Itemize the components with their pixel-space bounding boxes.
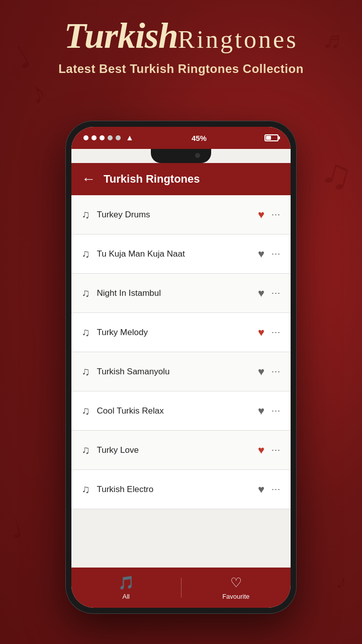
song-list: ♫ Turkey Drums ♥ ··· ♫ Tu Kuja Man Kuja … (71, 195, 291, 568)
phone-outer: ▲ 45% ← Turkish Ringtones (65, 121, 297, 614)
camera-dot (195, 153, 200, 158)
heart-icon-1[interactable]: ♥ (258, 208, 264, 221)
song-item-4[interactable]: ♫ Turky Melody ♥ ··· (71, 313, 291, 352)
nav-label-all: All (123, 593, 130, 600)
song-item-6[interactable]: ♫ Cool Turkis Relax ♥ ··· (71, 391, 291, 431)
app-header-text: Turkish Ringtones Latest Best Turkish Ri… (0, 15, 362, 76)
song-name-4: Turky Melody (97, 328, 258, 338)
nav-label-favourite: Favourite (222, 593, 249, 600)
title-line: Turkish Ringtones (0, 15, 362, 57)
music-note-icon-2: ♫ (81, 248, 90, 261)
deco-note-2: ♪ (25, 74, 51, 112)
song-item-5[interactable]: ♫ Turkish Samanyolu ♥ ··· (71, 352, 291, 391)
wifi-icon: ▲ (126, 133, 134, 142)
heart-icon-5[interactable]: ♥ (258, 365, 264, 378)
nav-item-all[interactable]: 🎵 All (71, 575, 181, 600)
music-note-icon-5: ♫ (81, 365, 90, 378)
phone-screen: ▲ 45% ← Turkish Ringtones (71, 127, 291, 608)
battery-area (264, 134, 279, 141)
signal-dot-5 (116, 135, 121, 140)
nav-item-favourite[interactable]: ♡ Favourite (182, 575, 291, 600)
app-nav-header: ← Turkish Ringtones (71, 163, 291, 195)
signal-area: ▲ (83, 133, 134, 142)
signal-dot-4 (108, 135, 113, 140)
signal-dot-3 (100, 135, 105, 140)
more-icon-4[interactable]: ··· (272, 327, 281, 338)
deco-note-3: ♫ (316, 148, 357, 200)
bottom-nav: 🎵 All ♡ Favourite (71, 568, 291, 608)
heart-icon-6[interactable]: ♥ (258, 405, 264, 418)
signal-dot-1 (83, 135, 88, 140)
song-name-8: Turkish Electro (97, 485, 258, 495)
music-note-icon-6: ♫ (81, 405, 90, 418)
battery-icon (264, 134, 279, 141)
camera-notch (151, 149, 211, 163)
song-item-3[interactable]: ♫ Night In Istambul ♥ ··· (71, 274, 291, 313)
song-item-2[interactable]: ♫ Tu Kuja Man Kuja Naat ♥ ··· (71, 234, 291, 274)
more-icon-8[interactable]: ··· (272, 484, 281, 495)
app-title: Turkish Ringtones (104, 173, 200, 186)
heart-icon-3[interactable]: ♥ (258, 287, 264, 300)
deco-note-5: ♩ (7, 513, 26, 544)
song-name-5: Turkish Samanyolu (97, 367, 258, 377)
more-icon-3[interactable]: ··· (272, 288, 281, 298)
deco-note-6: ♪ (333, 570, 350, 595)
battery-percent: 45% (192, 134, 207, 142)
song-name-6: Cool Turkis Relax (97, 406, 258, 416)
favourite-icon: ♡ (230, 575, 242, 591)
more-icon-1[interactable]: ··· (272, 209, 281, 220)
status-bar: ▲ 45% (71, 127, 291, 149)
subtitle: Latest Best Turkish Ringtones Collection (0, 62, 362, 76)
more-icon-2[interactable]: ··· (272, 249, 281, 259)
more-icon-6[interactable]: ··· (272, 406, 281, 416)
heart-icon-2[interactable]: ♥ (258, 248, 264, 261)
title-ringtones: Ringtones (178, 25, 298, 54)
more-icon-7[interactable]: ··· (272, 445, 281, 455)
music-note-icon-4: ♫ (81, 326, 90, 339)
all-icon: 🎵 (118, 575, 134, 591)
more-icon-5[interactable]: ··· (272, 366, 281, 377)
song-name-2: Tu Kuja Man Kuja Naat (97, 249, 258, 259)
song-item-7[interactable]: ♫ Turky Love ♥ ··· (71, 431, 291, 470)
back-button[interactable]: ← (81, 172, 96, 186)
heart-icon-4[interactable]: ♥ (258, 326, 264, 339)
signal-dot-2 (92, 135, 97, 140)
song-item-8[interactable]: ♫ Turkish Electro ♥ ··· (71, 470, 291, 509)
music-note-icon-7: ♫ (81, 444, 90, 457)
heart-icon-8[interactable]: ♥ (258, 483, 264, 496)
song-name-3: Night In Istambul (97, 288, 258, 298)
music-note-icon-3: ♫ (81, 287, 90, 300)
music-note-icon-1: ♫ (81, 208, 90, 221)
song-name-1: Turkey Drums (97, 210, 258, 220)
phone-mockup: ▲ 45% ← Turkish Ringtones (65, 121, 297, 614)
song-name-7: Turky Love (97, 445, 258, 455)
song-item-1[interactable]: ♫ Turkey Drums ♥ ··· (71, 195, 291, 234)
battery-fill (266, 136, 271, 140)
music-note-icon-8: ♫ (81, 483, 90, 496)
heart-icon-7[interactable]: ♥ (258, 444, 264, 457)
title-turkish: Turkish (64, 15, 177, 57)
